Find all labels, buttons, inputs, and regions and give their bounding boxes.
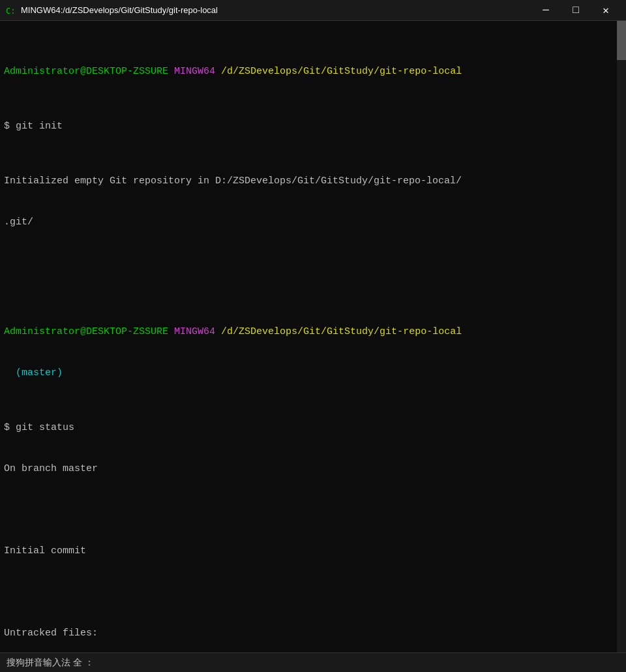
terminal-line: $ git status <box>4 421 612 435</box>
terminal-line <box>4 585 612 599</box>
terminal-line: (master) <box>4 366 612 380</box>
scrollbar-thumb[interactable] <box>617 21 626 60</box>
terminal-line <box>4 270 612 284</box>
ime-status: 搜狗拼音输入法 全 ： <box>7 657 94 669</box>
terminal-line: Initialized empty Git repository in D:/Z… <box>4 174 612 188</box>
terminal-line: Administrator@DESKTOP-ZSSURE MINGW64 /d/… <box>4 325 612 339</box>
terminal-window: C: MINGW64:/d/ZSDevelops/Git/GitStudy/gi… <box>0 0 626 672</box>
terminal-line <box>4 503 612 517</box>
window-controls: ─ □ ✕ <box>531 0 621 21</box>
scrollbar[interactable] <box>617 21 626 652</box>
terminal-line: .git/ <box>4 215 612 229</box>
terminal-line: $ git init <box>4 119 612 133</box>
svg-text:C:: C: <box>6 7 15 16</box>
statusbar: 搜狗拼音输入法 全 ： <box>0 652 626 672</box>
maximize-button[interactable]: □ <box>561 0 591 21</box>
terminal-content: Administrator@DESKTOP-ZSSURE MINGW64 /d/… <box>4 23 622 652</box>
app-icon: C: <box>5 5 16 16</box>
terminal-line: Initial commit <box>4 544 612 558</box>
titlebar-left: C: MINGW64:/d/ZSDevelops/Git/GitStudy/gi… <box>5 5 218 16</box>
minimize-button[interactable]: ─ <box>531 0 561 21</box>
terminal-line: Administrator@DESKTOP-ZSSURE MINGW64 /d/… <box>4 65 612 78</box>
terminal-line: Untracked files: <box>4 626 612 640</box>
terminal-line: On branch master <box>4 462 612 476</box>
titlebar: C: MINGW64:/d/ZSDevelops/Git/GitStudy/gi… <box>0 0 626 21</box>
terminal-body[interactable]: Administrator@DESKTOP-ZSSURE MINGW64 /d/… <box>0 21 626 652</box>
close-button[interactable]: ✕ <box>591 0 621 21</box>
window-title: MINGW64:/d/ZSDevelops/Git/GitStudy/git-r… <box>21 5 218 15</box>
